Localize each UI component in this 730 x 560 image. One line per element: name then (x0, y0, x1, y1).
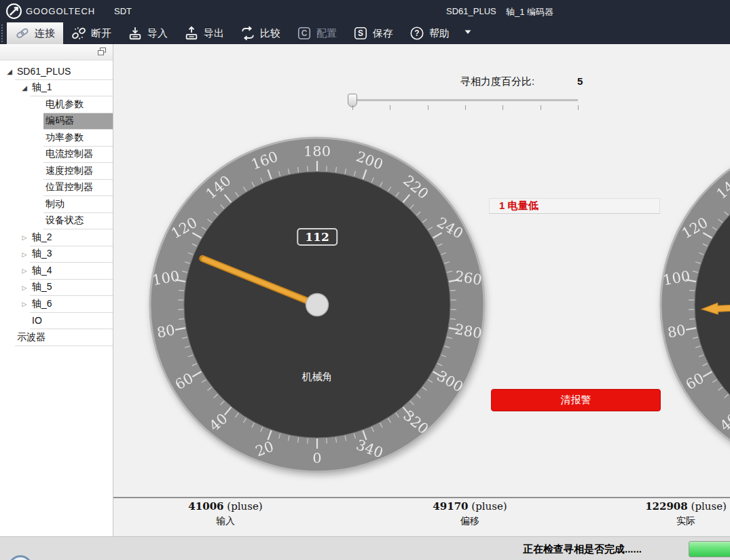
sidebar-panel-header (0, 44, 113, 60)
float-window-icon[interactable] (97, 47, 107, 56)
slider-tick (390, 105, 390, 110)
slider-tick-marks (352, 105, 579, 111)
collapse-arrow-icon[interactable]: ▷ (19, 263, 30, 280)
svg-text:80: 80 (156, 322, 176, 341)
collapse-arrow-icon[interactable]: ▷ (19, 246, 30, 263)
tree-item-轴_1[interactable]: ◢轴_1 (0, 80, 113, 97)
tree-item-位置控制器[interactable]: 位置控制器 (0, 180, 113, 197)
toolbar-button-import[interactable]: 导入 (120, 22, 176, 44)
gauge-caption: 机械角 (302, 371, 333, 384)
svg-text:0: 0 (312, 450, 321, 466)
svg-text:180: 180 (304, 143, 331, 160)
toolbar-button-export[interactable]: 导出 (176, 22, 232, 44)
gauge-value-box: 112 (297, 228, 337, 246)
caret-down-icon (463, 27, 473, 39)
tree-item-设备状态[interactable]: 设备状态 (0, 213, 113, 230)
gauge-dial: 0204060801001201401601802002202402602803… (147, 135, 487, 474)
status-message: 正在检查寻相是否完成...... (523, 543, 642, 556)
tree-item-IO[interactable]: IO (0, 313, 113, 330)
tree-item-label: 位置控制器 (45, 181, 93, 193)
slider-tick (503, 105, 503, 110)
statusbar: 正在检查寻相是否完成...... (0, 536, 730, 560)
tree-item-label: 轴_6 (32, 298, 52, 310)
toolbar-button-disconnect[interactable]: 断开 (63, 22, 120, 44)
import-icon (128, 26, 143, 41)
svg-text:80: 80 (666, 322, 687, 341)
tree-item-轴_2[interactable]: ▷轴_2 (0, 229, 113, 246)
needle-hub (306, 294, 329, 316)
tree-item-label: 轴_4 (32, 265, 52, 277)
tree-item-轴_5[interactable]: ▷轴_5 (0, 280, 113, 297)
sidebar: ◢SD61_PLUS◢轴_1电机参数编码器功率参数电流控制器速度控制器位置控制器… (0, 44, 113, 536)
tree-item-功率参数[interactable]: 功率参数 (0, 130, 113, 147)
help-icon: ? (409, 26, 424, 41)
readout-unit: (pluse) (691, 500, 727, 512)
slider-tick (352, 105, 353, 110)
collapse-arrow-icon[interactable]: ▷ (19, 296, 30, 313)
tree-item-label: 制动 (45, 198, 65, 210)
readout-unit: (pluse) (471, 500, 507, 512)
readout-value: 49170 (433, 500, 468, 512)
svg-text:C: C (302, 29, 308, 38)
tree-item-轴_4[interactable]: ▷轴_4 (0, 263, 113, 280)
collapse-arrow-icon[interactable]: ▷ (19, 229, 30, 246)
compare-icon (240, 26, 255, 41)
toolbar-button-config[interactable]: C配置 (289, 22, 345, 44)
tree-item-制动[interactable]: 制动 (0, 196, 113, 213)
toolbar-button-compare[interactable]: 比较 (232, 22, 289, 44)
clear-alarm-button[interactable]: 清报警 (491, 389, 661, 411)
tree-item-label: IO (32, 315, 42, 326)
tree-item-label: 编码器 (45, 115, 74, 127)
mechanical-angle-gauge-2: 0204060801001201401601802002202402602803… (658, 135, 730, 474)
tree-item-电机参数[interactable]: 电机参数 (0, 96, 113, 113)
page-title: 轴_1 编码器 (506, 6, 553, 18)
phase-strength-slider-track[interactable] (352, 99, 578, 102)
alarm-list-item[interactable]: 1 电量低 (489, 198, 660, 214)
readout-label: 实际 (611, 515, 730, 527)
readout-label: 偏移 (395, 515, 545, 527)
tree-item-编码器[interactable]: 编码器 (0, 113, 113, 130)
toolbar-button-save[interactable]: S保存 (345, 22, 401, 44)
tree-item-示波器[interactable]: 示波器 (0, 329, 113, 346)
readout-label: 输入 (151, 515, 300, 527)
help-dropdown-caret[interactable] (458, 22, 478, 44)
readout-separator (113, 497, 730, 498)
tree-item-label: 电流控制器 (45, 148, 93, 160)
main-content: 寻相力度百分比: 5 1 电量低 清报警 0204060801001201401… (113, 44, 730, 536)
application-window: GOOGOLTECH SDT SD61_PLUS 轴_1 编码器 连接断开导入导… (0, 0, 730, 560)
toolbar-button-connect[interactable]: 连接 (7, 22, 63, 44)
readout-2: 122908 (pluse)实际 (611, 500, 730, 527)
mechanical-angle-gauge-1: 0204060801001201401601802002202402602803… (147, 135, 487, 474)
letter-s-icon: S (353, 26, 368, 41)
gauge-dial: 0204060801001201401601802002202402602803… (658, 135, 730, 474)
tree-item-轴_3[interactable]: ▷轴_3 (0, 246, 113, 263)
tree-item-电流控制器[interactable]: 电流控制器 (0, 147, 113, 164)
tree-item-label: 轴_5 (32, 281, 52, 293)
toolbar-grip[interactable] (1, 24, 5, 42)
toolbar: 连接断开导入导出比较C配置S保存?帮助 (0, 22, 730, 44)
tree-item-label: 电机参数 (45, 98, 84, 111)
tree-item-label: 示波器 (17, 331, 45, 343)
tree-item-SD61_PLUS[interactable]: ◢SD61_PLUS (0, 63, 113, 80)
link-icon (15, 26, 30, 41)
svg-text:?: ? (414, 29, 419, 38)
tree-item-label: 轴_1 (32, 81, 52, 94)
expand-arrow-icon[interactable]: ◢ (4, 63, 15, 80)
collapse-arrow-icon[interactable]: ▷ (19, 280, 30, 297)
slider-tick (578, 105, 579, 110)
clear-alarm-label: 清报警 (561, 394, 591, 407)
letter-c-icon: C (297, 26, 312, 41)
expand-arrow-icon[interactable]: ◢ (19, 80, 30, 97)
googoltech-logo-icon (5, 3, 22, 20)
brand-text: GOOGOLTECH (26, 6, 95, 16)
link-broken-icon (71, 26, 86, 41)
tree-item-label: 功率参数 (45, 132, 84, 144)
readout-1: 49170 (pluse)偏移 (395, 500, 545, 527)
tree-item-label: 速度控制器 (45, 165, 93, 177)
status-circle-icon (8, 555, 33, 560)
tree-item-label: 轴_3 (32, 248, 52, 260)
tree-item-label: SD61_PLUS (17, 66, 71, 77)
toolbar-button-help[interactable]: ?帮助 (401, 22, 458, 44)
tree-item-轴_6[interactable]: ▷轴_6 (0, 296, 113, 313)
tree-item-速度控制器[interactable]: 速度控制器 (0, 163, 113, 180)
